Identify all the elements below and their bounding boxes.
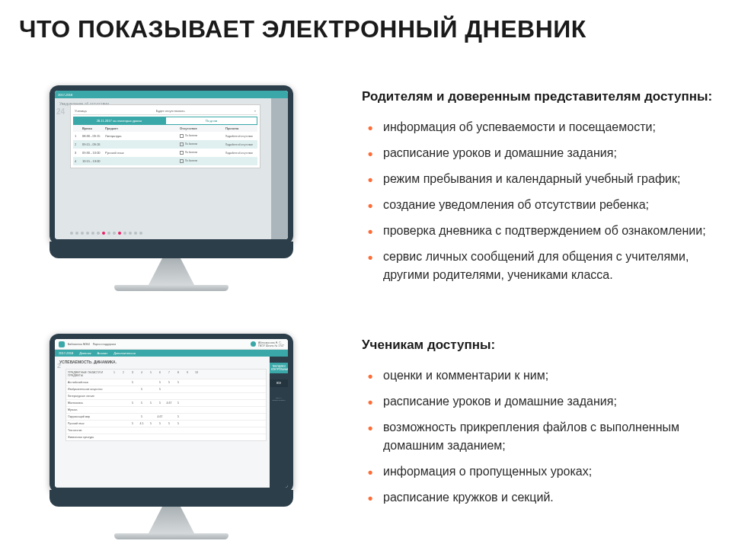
section-students: Библиотека МЭШ Портал поддержки Абельмас… <box>19 334 732 539</box>
list-item: информация об успеваемости и посещаемост… <box>362 118 732 136</box>
list-item: расписание кружков и секций. <box>362 488 732 507</box>
list-item: сервис личных сообщений для общения с уч… <box>362 248 732 284</box>
list-item: возможность прикрепления файлов с выполн… <box>362 418 732 455</box>
list-item: информация о пропущенных уроках; <box>362 462 732 481</box>
list-item: расписание уроков и домашние задания; <box>362 392 732 411</box>
parents-list: информация об успеваемости и посещаемост… <box>362 118 732 284</box>
list-item: создание уведомления об отсутствии ребен… <box>362 196 732 214</box>
list-item: расписание уроков и домашние задания; <box>362 144 732 162</box>
monitor-illustration-2: Библиотека МЭШ Портал поддержки Абельмас… <box>19 334 324 539</box>
list-item: оценки и комментарии к ним; <box>362 366 732 385</box>
list-item: режим пребывания и календарный учебный г… <box>362 170 732 188</box>
students-list: оценки и комментарии к ним;расписание ур… <box>362 366 732 507</box>
page-title: ЧТО ПОКАЗЫВАЕТ ЭЛЕКТРОННЫЙ ДНЕВНИК <box>19 15 732 43</box>
section-title-students: Ученикам доступны: <box>362 338 732 353</box>
section-title-parents: Родителям и доверенным представителям до… <box>362 89 732 104</box>
list-item: проверка дневника с подтверждением об оз… <box>362 222 732 240</box>
monitor-illustration-1: 2017-2018 Уведомление об отсутствии 24 У… <box>19 85 324 292</box>
app-performance: Библиотека МЭШ Портал поддержки Абельмас… <box>55 339 288 488</box>
app-absence-notice: 2017-2018 Уведомление об отсутствии 24 У… <box>55 91 288 239</box>
section-parents: 2017-2018 Уведомление об отсутствии 24 У… <box>19 85 732 292</box>
